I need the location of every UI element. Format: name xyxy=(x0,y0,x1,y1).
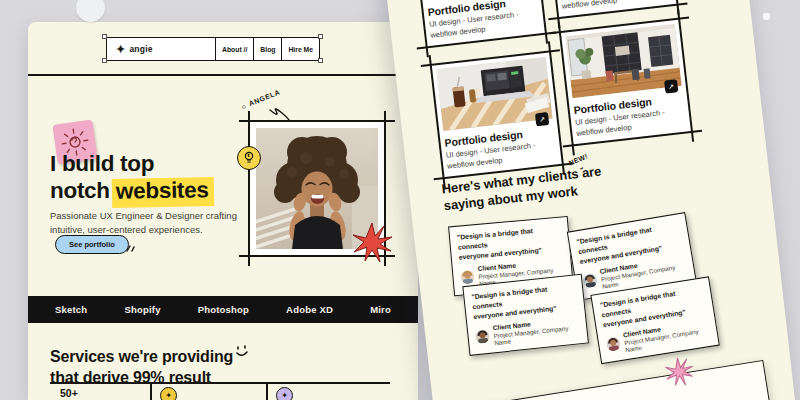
selection-handle[interactable] xyxy=(318,58,323,63)
nav-box: ✦ angie About // Blog Hire Me xyxy=(106,37,320,61)
avatar xyxy=(475,328,490,343)
skill-item: Shopify xyxy=(124,304,160,315)
stat-divider xyxy=(266,384,268,400)
portfolio-card[interactable]: ↗ Portfolio design UI design - User rese… xyxy=(403,0,547,48)
skill-item: Miro xyxy=(370,304,391,315)
arrow-upright-icon[interactable]: ↗ xyxy=(664,79,678,93)
skill-item: Sketch xyxy=(55,304,87,315)
sparkle-logo-icon: ✦ xyxy=(116,44,125,55)
hero-description: Passionate UX Engineer & Designer crafti… xyxy=(50,209,237,238)
portfolio-card[interactable]: ↗ Portfolio design UI design - User rese… xyxy=(559,17,693,146)
flower-doodle-icon xyxy=(661,354,696,389)
avatar xyxy=(460,269,475,284)
header-divider xyxy=(28,74,418,76)
sun-glyph-icon: ☼ xyxy=(239,102,248,111)
smiley-icon xyxy=(233,344,251,360)
avatar xyxy=(605,336,621,352)
selection-handle[interactable] xyxy=(102,34,107,39)
star-icon: ✦ xyxy=(276,387,293,400)
stat-divider xyxy=(150,384,152,400)
nav-item-about[interactable]: About // xyxy=(215,38,253,60)
quote-text: "Design is a bridge that connectseveryon… xyxy=(457,224,563,262)
selection-handle[interactable] xyxy=(102,58,107,63)
page-title: I build top notchwebsites xyxy=(50,151,213,206)
site-logo[interactable]: ✦ angie xyxy=(107,38,215,60)
starburst-icon xyxy=(350,221,394,265)
lightbulb-icon xyxy=(237,146,261,170)
site-logo-label: angie xyxy=(129,44,152,54)
portfolio-card[interactable]: ↗ Portfolio design UI design - User rese… xyxy=(430,50,564,179)
left-panel: ✦ angie About // Blog Hire Me I build to… xyxy=(28,22,418,400)
right-panel: ↗ Portfolio design UI design - User rese… xyxy=(378,0,800,400)
nav-item-blog[interactable]: Blog xyxy=(253,38,281,60)
selection-handle[interactable] xyxy=(318,34,323,39)
emphasis-marks-icon xyxy=(124,241,136,253)
bottom-section-box xyxy=(475,360,792,400)
pin-circle xyxy=(76,0,105,22)
arrow-upright-icon[interactable]: ↗ xyxy=(535,112,549,126)
avatar xyxy=(582,272,598,288)
skill-item: Photoshop xyxy=(198,304,249,315)
stat-value: 50+ xyxy=(60,387,78,399)
coin-star-icon: ✦ xyxy=(160,387,177,400)
see-portfolio-button[interactable]: See portfolio xyxy=(55,235,129,254)
stats-row: 50+ ✦ ✦ xyxy=(50,384,390,400)
chevron-down-icon: ⌄ xyxy=(577,162,585,171)
title-highlight: websites xyxy=(112,177,214,207)
skills-bar: Sketch Shopify Photoshop Adobe XD Miro xyxy=(28,296,418,323)
highlight-dot xyxy=(763,13,770,20)
nav-item-hire-me[interactable]: Hire Me xyxy=(281,38,319,60)
testimonial-card: "Design is a bridge that connectseveryon… xyxy=(462,274,589,356)
skill-item: Adobe XD xyxy=(286,304,333,315)
portfolio-card[interactable]: ↗ Portfolio design UI design - User rese… xyxy=(535,0,679,19)
